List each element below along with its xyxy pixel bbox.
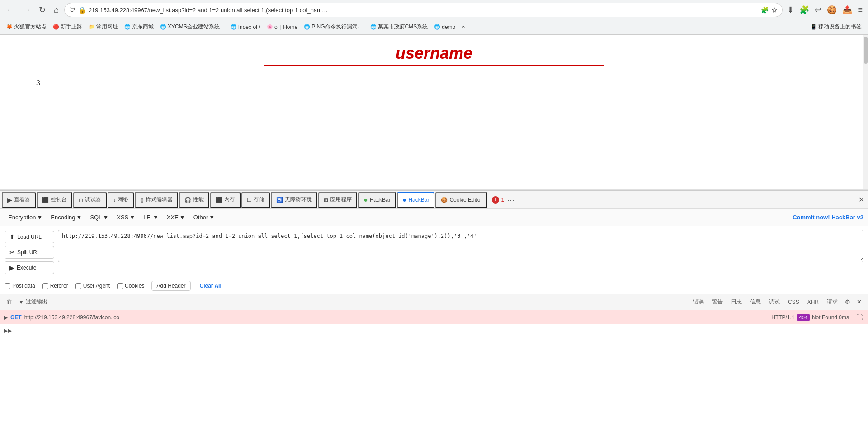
hackbar-commit-text: Commit now! HackBar v2 (793, 214, 863, 221)
bookmark-more[interactable]: » (459, 23, 467, 32)
tab-cookie-editor[interactable]: 🍪 Cookie Editor (435, 192, 487, 208)
address-bar[interactable]: 🛡 🔒 219.153.49.228:49967/new_list.asp?id… (64, 3, 783, 17)
menu-button[interactable]: ≡ (856, 4, 864, 17)
clear-all-button[interactable]: Clear All (200, 283, 222, 289)
xss-label: XSS (117, 214, 128, 221)
bookmark-jd[interactable]: 🌐 京东商城 (122, 22, 156, 32)
split-url-button[interactable]: ✂ Split URL (5, 246, 54, 259)
tab-memory[interactable]: ⬛ 内存 (210, 192, 241, 208)
bookmark-indexof[interactable]: 🌐 Index of / (228, 23, 263, 32)
bookmark-xycms[interactable]: 🌐 XYCMS企业建站系统... (157, 22, 227, 32)
tab-debugger[interactable]: ◻ 调试器 (73, 192, 107, 208)
hackbar-textarea[interactable]: http://219.153.49.228:49967/new_list.asp… (58, 230, 863, 262)
log-expand-button[interactable]: ⛶ (854, 312, 864, 323)
url-text: 219.153.49.228:49967/new_list.asp?id=2 a… (89, 7, 759, 14)
back-button[interactable]: ← (4, 4, 17, 17)
toolbar-icons: ⬇ 🧩 ↩ 🍪 📤 ≡ (785, 3, 864, 17)
tab-hackbar-green[interactable]: ● HackBar (358, 192, 396, 208)
share-button[interactable]: 📤 (840, 3, 854, 17)
trash-button[interactable]: 🗑 (4, 297, 15, 307)
tab-style-editor[interactable]: {} 样式编辑器 (135, 192, 178, 208)
network-log-row: ▶ GET http://219.153.49.228:49967/favico… (0, 310, 868, 324)
forward-button[interactable]: → (20, 4, 33, 17)
cookies-checkbox[interactable] (117, 283, 123, 289)
scrollbar[interactable] (863, 35, 868, 189)
tab-accessibility[interactable]: ♿ 无障碍环境 (271, 192, 317, 208)
devtools-tabs: ▶ 查看器 ⬛ 控制台 ◻ 调试器 ↕ 网络 {} 样式编辑器 🎧 性能 ⬛ 内… (0, 191, 868, 209)
sql-arrow: ▼ (103, 214, 108, 221)
split-url-label: Split URL (17, 249, 40, 256)
hackbar-encryption-btn[interactable]: Encryption ▼ (5, 212, 46, 223)
checkbox-post-data[interactable]: Post data (5, 283, 35, 289)
bookmark-icon-xycms: 🌐 (160, 24, 166, 30)
xxe-arrow: ▼ (179, 214, 185, 221)
execute-button[interactable]: ▶ Execute (5, 261, 54, 274)
home-button[interactable]: ⌂ (51, 4, 61, 17)
tab-application[interactable]: ⊞ 应用程序 (318, 192, 357, 208)
refresh-button[interactable]: ↻ (36, 3, 48, 17)
user-agent-checkbox[interactable] (75, 283, 81, 289)
history-button[interactable]: ↩ (813, 3, 823, 17)
tab-css[interactable]: CSS (784, 297, 803, 307)
hackbar-xss-btn[interactable]: XSS ▼ (113, 212, 139, 223)
download-button[interactable]: ⬇ (785, 3, 796, 17)
hackbar-sql-btn[interactable]: SQL ▼ (86, 212, 112, 223)
add-header-button[interactable]: Add Header (151, 281, 190, 291)
hackbar-other-btn[interactable]: Other ▼ (190, 212, 218, 223)
console-close-button[interactable]: ✕ (854, 297, 864, 307)
expand-icon[interactable]: ▶▶ (4, 327, 12, 334)
hackbar-encoding-btn[interactable]: Encoding ▼ (47, 212, 85, 223)
bookmark-cms[interactable]: 🌐 某某市政府CMS系统 (368, 22, 431, 32)
referer-checkbox[interactable] (42, 283, 48, 289)
extensions-button[interactable]: 🧩 (797, 3, 811, 17)
tab-hackbar-blue[interactable]: ● HackBar (397, 192, 435, 208)
bookmark-oj[interactable]: 🌸 oj | Home (264, 23, 300, 32)
load-url-button[interactable]: ⬆ Load URL (5, 231, 54, 243)
storage-icon: ☐ (247, 197, 252, 203)
tab-inspector-label: 查看器 (14, 196, 30, 204)
console-filter-tabs: 错误 警告 日志 信息 调试 CSS XHR 请求 ⚙ ✕ (689, 296, 864, 308)
bookmark-changyong[interactable]: 📁 常用网址 (86, 22, 121, 32)
checkbox-referer[interactable]: Referer (42, 283, 68, 289)
page-heading: username (27, 44, 841, 63)
tab-warning[interactable]: 警告 (708, 296, 726, 308)
tab-storage[interactable]: ☐ 存储 (241, 192, 270, 208)
xxe-label: XXE (167, 214, 179, 221)
error-badge: 1 (492, 196, 499, 204)
network-icon: ↕ (113, 197, 116, 203)
hackbar-menu: Encryption ▼ Encoding ▼ SQL ▼ XSS ▼ LFI … (5, 212, 218, 223)
devtools-close-button[interactable]: ✕ (857, 194, 866, 206)
page-inner: username 3 (0, 35, 868, 96)
tab-console[interactable]: ⬛ 控制台 (37, 192, 72, 208)
post-data-checkbox[interactable] (5, 283, 10, 289)
tab-requests[interactable]: 请求 (823, 296, 841, 308)
tab-network[interactable]: ↕ 网络 (108, 192, 134, 208)
checkbox-user-agent[interactable]: User Agent (75, 283, 110, 289)
bookmark-demo[interactable]: 🌐 demo (431, 23, 458, 32)
cookie-editor-icon: 🍪 (441, 197, 448, 203)
checkbox-cookies[interactable]: Cookies (117, 283, 144, 289)
gear-button[interactable]: ⚙ (842, 297, 853, 307)
tab-error[interactable]: 错误 (689, 296, 708, 308)
bookmark-xinshow[interactable]: 🔴 新手上路 (50, 22, 85, 32)
bookmark-icon-xinshow: 🔴 (53, 24, 59, 30)
hackbar-green-icon: ● (363, 196, 368, 204)
other-arrow: ▼ (209, 214, 215, 221)
tab-log[interactable]: 日志 (727, 296, 745, 308)
bookmark-mobile[interactable]: 📱 移动设备上的书签 (808, 22, 864, 32)
bookmark-ping[interactable]: 🌐 PING命令执行漏洞-... (301, 22, 366, 32)
cookie-icon-btn[interactable]: 🍪 (825, 3, 839, 17)
tab-info[interactable]: 信息 (746, 296, 764, 308)
bookmark-huohu[interactable]: 🦊 火狐官方站点 (4, 22, 49, 32)
devtools-more-button[interactable]: ⋯ (505, 193, 517, 207)
tab-xhr[interactable]: XHR (804, 297, 822, 307)
log-expand-arrow[interactable]: ▶ (4, 314, 8, 321)
log-url[interactable]: http://219.153.49.228:49967/favicon.ico (24, 314, 769, 321)
tab-inspector[interactable]: ▶ 查看器 (2, 192, 36, 208)
hackbar-lfi-btn[interactable]: LFI ▼ (140, 212, 162, 223)
xss-arrow: ▼ (129, 214, 135, 221)
hackbar-xxe-btn[interactable]: XXE ▼ (163, 212, 189, 223)
bookmark-star-icon[interactable]: ☆ (771, 6, 778, 14)
tab-debug[interactable]: 调试 (765, 296, 783, 308)
tab-performance[interactable]: 🎧 性能 (179, 192, 209, 208)
